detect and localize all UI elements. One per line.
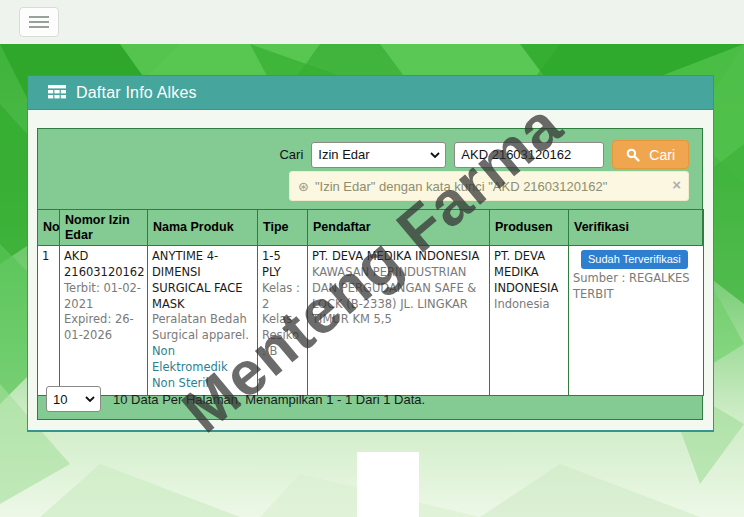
hamburger-icon [29,16,49,18]
column-header-tipe: Tipe [258,210,308,246]
search-form: Cari Izin Edar [279,140,689,169]
pagination-bar: 10 10 Data Per Halaman. Menampilkan 1 - … [46,386,425,412]
table-header-row: No Nomor Izin Edar Nama Produk Tipe Pend… [38,210,704,246]
cell-tipe: 1-5 PLY Kelas : 2 Kelas Resiko : B [258,246,308,396]
tipe-kelas-resiko: Kelas Resiko : B [262,312,303,360]
izin-terbit: Terbit: 01-02-2021 [64,281,143,313]
produk-tag-non-elektromedik: Non Elektromedik [152,344,253,376]
page: Daftar Info Alkes Cari Izin Edar [0,0,744,517]
table-grid-icon [48,85,66,100]
content-box: Cari Izin Edar [37,128,703,420]
cell-verifikasi: Sudah Terverifikasi Sumber : REGALKES TE… [569,246,704,396]
hamburger-menu-button[interactable] [19,7,59,37]
column-header-no: No [38,210,60,246]
pendaftar-address: KAWASAN PERINDUSTRIAN DAN PERGUDANGAN SA… [312,265,485,328]
izin-expired: Expired: 26-01-2026 [64,312,143,344]
top-navbar [0,0,744,44]
daftar-info-alkes-panel: Daftar Info Alkes Cari Izin Edar [27,75,714,432]
hamburger-icon [29,21,49,23]
izin-number: AKD 21603120162 [64,249,143,281]
panel-header: Daftar Info Alkes [28,76,713,110]
cell-pendaftar: PT. DEVA MEDIKA INDONESIA KAWASAN PERIND… [308,246,490,396]
column-header-pendaftar: Pendaftar [308,210,490,246]
cell-no: 1 [38,246,60,396]
page-title: Daftar Info Alkes [76,84,197,102]
search-filter-select[interactable]: Izin Edar [311,142,446,168]
results-table: No Nomor Izin Edar Nama Produk Tipe Pend… [37,209,704,396]
column-header-produsen: Produsen [490,210,569,246]
filter-alert-message: "Izin Edar" dengan kata kunci "AKD 21603… [315,179,607,194]
filter-alert: ⊛ "Izin Edar" dengan kata kunci "AKD 216… [289,171,689,201]
close-icon[interactable]: × [672,177,681,192]
column-header-verifikasi: Verifikasi [569,210,704,246]
search-icon [626,148,640,162]
status-badge: Sudah Terverifikasi [581,250,688,269]
background-artifact [357,452,419,517]
page-size-select[interactable]: 10 [46,386,101,412]
tipe-kelas: Kelas : 2 [262,281,303,313]
search-query-input[interactable] [454,142,604,168]
search-label: Cari [279,147,303,162]
column-header-nomor-izin-edar: Nomor Izin Edar [60,210,148,246]
cell-produsen: PT. DEVA MEDIKA INDONESIA Indonesia [490,246,569,396]
cell-nama-produk: ANYTIME 4-DIMENSI SURGICAL FACE MASK Per… [148,246,258,396]
pendaftar-name: PT. DEVA MEDIKA INDONESIA [312,249,485,265]
produsen-country: Indonesia [494,297,564,313]
search-button-label: Cari [649,147,675,163]
produk-name: ANYTIME 4-DIMENSI SURGICAL FACE MASK [152,249,253,312]
cell-nomor-izin-edar: AKD 21603120162 Terbit: 01-02-2021 Expir… [60,246,148,396]
filter-remove-icon[interactable]: ⊛ [298,179,309,194]
table-row: 1 AKD 21603120162 Terbit: 01-02-2021 Exp… [38,246,704,396]
hamburger-icon [29,26,49,28]
verifikasi-sumber: Sumber : REGALKES TERBIT [573,271,699,303]
pagination-summary: 10 Data Per Halaman. Menampilkan 1 - 1 D… [113,392,425,407]
produk-category: Peralatan Bedah Surgical apparel. [152,312,253,344]
tipe-type: 1-5 PLY [262,249,303,281]
produsen-name: PT. DEVA MEDIKA INDONESIA [494,249,564,297]
search-button[interactable]: Cari [612,140,689,169]
column-header-nama-produk: Nama Produk [148,210,258,246]
